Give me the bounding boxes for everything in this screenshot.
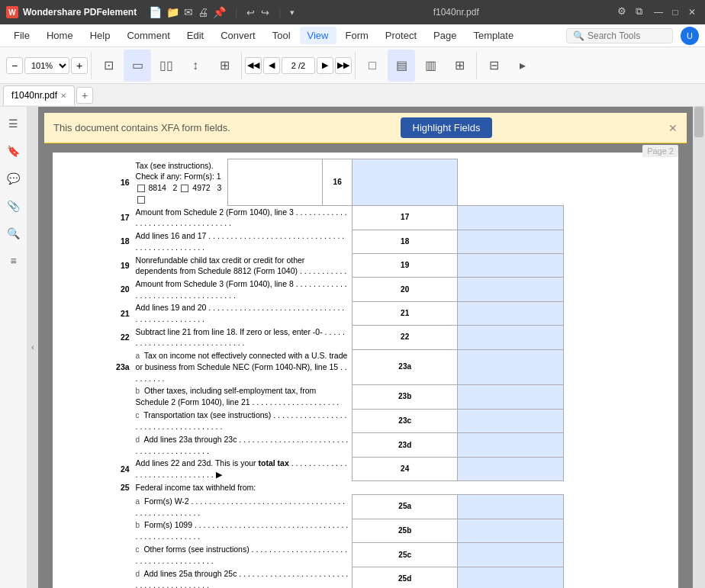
single-page-button[interactable]: ▭: [124, 50, 151, 82]
redo-btn[interactable]: ↪: [261, 7, 269, 18]
scroll-button[interactable]: ↕: [182, 50, 209, 82]
first-page-button[interactable]: ◀◀: [245, 57, 262, 74]
row-id-23b: 23b: [352, 384, 458, 409]
prev-page-button[interactable]: ◀: [263, 57, 280, 74]
undo-btn[interactable]: ↩: [246, 7, 255, 18]
row-number: [63, 495, 133, 519]
sidebar-icon-search[interactable]: 🔍: [3, 223, 24, 244]
new-tab-icon[interactable]: 📄: [149, 6, 162, 18]
sidebar-icon-menu[interactable]: ☰: [3, 113, 24, 134]
xfa-close-button[interactable]: ✕: [668, 122, 678, 134]
settings-icon[interactable]: ⚙: [617, 5, 626, 19]
row-id-25d: 25d: [352, 567, 458, 588]
menu-convert[interactable]: Convert: [213, 27, 263, 44]
menu-edit[interactable]: Edit: [179, 27, 211, 44]
sidebar-icon-layers[interactable]: ≡: [3, 250, 24, 272]
page-indicator: Page 2: [642, 145, 678, 157]
sidebar-icon-comment[interactable]: 💬: [3, 168, 24, 189]
maximize-button[interactable]: □: [668, 5, 682, 19]
toolbar-divider-3: [355, 52, 356, 79]
view-mode-1-button[interactable]: □: [359, 50, 386, 82]
row-label: Tax (see instructions). Check if any: Fo…: [133, 159, 228, 206]
view-mode-4-button[interactable]: ⊞: [446, 50, 473, 82]
value-cell-18[interactable]: [458, 230, 563, 253]
view-mode-2-icon: ▤: [396, 58, 407, 72]
add-tab-button[interactable]: +: [76, 87, 93, 104]
row-number: [63, 567, 133, 588]
value-cell-23a[interactable]: [458, 349, 563, 384]
pdf-tab[interactable]: f1040nr.pdf ✕: [3, 85, 75, 105]
row-id-23c: 23c: [352, 409, 458, 433]
value-cell-23b[interactable]: [458, 384, 563, 409]
menu-help[interactable]: Help: [82, 27, 118, 44]
search-tools-input[interactable]: [588, 31, 666, 41]
menu-file[interactable]: File: [6, 27, 37, 44]
row-id-25b: 25b: [352, 519, 458, 543]
menu-view[interactable]: View: [300, 27, 336, 44]
value-cell-19[interactable]: [458, 254, 563, 278]
print-icon[interactable]: 🖨: [198, 6, 208, 18]
zoom-out-button[interactable]: −: [6, 57, 23, 74]
toolbar-divider-2: [241, 52, 242, 79]
pdf-area[interactable]: This document contains XFA form fields. …: [38, 107, 693, 588]
menu-template[interactable]: Template: [465, 27, 521, 44]
value-cell-17[interactable]: [458, 205, 563, 230]
pin-icon[interactable]: 📌: [213, 6, 226, 18]
minimize-button[interactable]: —: [652, 5, 665, 19]
row-label: Add lines 22 and 23d. This is your total…: [133, 457, 352, 480]
more-button[interactable]: ▸: [509, 50, 536, 82]
spread-button[interactable]: ⊞: [211, 50, 238, 82]
right-scrollbar[interactable]: [693, 107, 705, 588]
menu-home[interactable]: Home: [39, 27, 81, 44]
value-cell-23d[interactable]: [458, 433, 563, 458]
row-number: 25: [63, 481, 133, 495]
value-cell-21[interactable]: [458, 301, 563, 325]
toolbar: − 101% 50% 75% 100% 125% 150% + ⊡ ▭ ▯▯ ↕…: [0, 47, 705, 84]
tab-close-button[interactable]: ✕: [60, 92, 66, 100]
close-button[interactable]: ✕: [685, 5, 699, 19]
row-number: [63, 433, 133, 458]
page-number-input[interactable]: [282, 57, 315, 74]
row-label: c Transportation tax (see instructions) …: [133, 409, 352, 433]
value-cell-24[interactable]: [458, 457, 563, 480]
last-page-button[interactable]: ▶▶: [335, 57, 352, 74]
row-id-20: 20: [352, 278, 458, 301]
sidebar-icon-bookmark[interactable]: 🔖: [3, 140, 24, 162]
fit-page-icon: ⊡: [104, 58, 114, 72]
highlight-fields-button[interactable]: Highlight Fields: [401, 117, 493, 138]
view-mode-3-icon: ▥: [425, 58, 436, 72]
value-cell-25b[interactable]: [458, 519, 563, 543]
value-cell-23c[interactable]: [458, 409, 563, 433]
menu-tool[interactable]: Tool: [265, 27, 298, 44]
menu-page[interactable]: Page: [426, 27, 464, 44]
row-label: Add lines 19 and 20 . . . . . . . . . . …: [133, 301, 352, 325]
sidebar-icon-attachment[interactable]: 📎: [3, 195, 24, 217]
value-cell-25d[interactable]: [458, 567, 563, 588]
value-cell-22[interactable]: [458, 326, 563, 349]
view-mode-2-button[interactable]: ▤: [388, 50, 415, 82]
menu-comment[interactable]: Comment: [119, 27, 177, 44]
value-cell-16[interactable]: [352, 159, 458, 206]
user-avatar[interactable]: U: [681, 27, 699, 45]
value-cell-25a[interactable]: [458, 495, 563, 519]
mail-icon[interactable]: ✉: [184, 6, 193, 18]
table-row: 17 Amount from Schedule 2 (Form 1040), l…: [63, 205, 669, 230]
two-page-button[interactable]: ▯▯: [153, 50, 180, 82]
window-icon[interactable]: ⧉: [636, 5, 642, 19]
menu-form[interactable]: Form: [338, 27, 376, 44]
dropdown-icon[interactable]: ▾: [290, 8, 295, 18]
view-mode-3-button[interactable]: ▥: [417, 50, 444, 82]
next-page-button[interactable]: ▶: [317, 57, 333, 74]
row-label: b Form(s) 1099 . . . . . . . . . . . . .…: [133, 519, 352, 543]
split-button[interactable]: ⊟: [480, 50, 507, 82]
folder-icon[interactable]: 📁: [166, 6, 179, 18]
value-cell-20[interactable]: [458, 278, 563, 301]
value-cell-25c[interactable]: [458, 543, 563, 567]
input-cell-16[interactable]: [227, 159, 322, 206]
search-tools-box[interactable]: 🔍: [566, 28, 673, 43]
zoom-in-button[interactable]: +: [71, 57, 88, 74]
fit-page-button[interactable]: ⊡: [95, 50, 122, 82]
sidebar-collapse-handle[interactable]: ‹: [27, 107, 38, 588]
menu-protect[interactable]: Protect: [378, 27, 424, 44]
zoom-select[interactable]: 101% 50% 75% 100% 125% 150%: [24, 57, 69, 74]
